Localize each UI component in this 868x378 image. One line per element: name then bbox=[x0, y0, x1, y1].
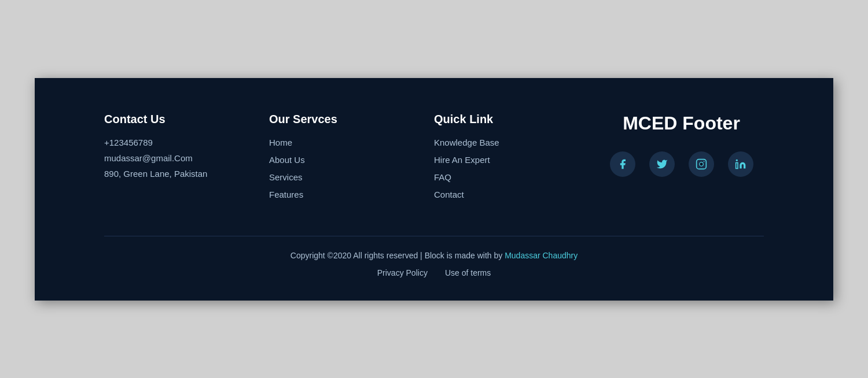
services-link-features[interactable]: Features bbox=[269, 190, 303, 199]
contact-column: Contact Us +123456789 mudassar@gmail.Com… bbox=[104, 113, 269, 184]
privacy-policy-link[interactable]: Privacy Policy bbox=[377, 268, 428, 277]
quicklink-column: Quick Link Knowledge Base Hire An Expert… bbox=[434, 113, 599, 207]
brand-column: MCED Footer bbox=[599, 113, 764, 177]
list-item: Features bbox=[269, 190, 434, 200]
services-link-home[interactable]: Home bbox=[269, 138, 292, 147]
services-list: Home About Us Services Features bbox=[269, 138, 434, 200]
contact-address: 890, Green Lane, Pakistan bbox=[104, 169, 269, 179]
list-item: Knowledge Base bbox=[434, 138, 599, 148]
svg-point-3 bbox=[735, 159, 737, 161]
contact-email: mudassar@gmail.Com bbox=[104, 153, 269, 163]
author-link[interactable]: Mudassar Chaudhry bbox=[505, 251, 578, 260]
contact-phone: +123456789 bbox=[104, 138, 269, 147]
list-item: FAQ bbox=[434, 172, 599, 183]
contact-heading: Contact Us bbox=[104, 113, 269, 126]
footer-wrapper: Contact Us +123456789 mudassar@gmail.Com… bbox=[35, 78, 833, 301]
footer-links-group: Privacy Policy Use of terms bbox=[104, 268, 764, 277]
use-of-terms-link[interactable]: Use of terms bbox=[445, 268, 491, 277]
services-column: Our Servces Home About Us Services Featu… bbox=[269, 113, 434, 207]
quicklink-hire-expert[interactable]: Hire An Expert bbox=[434, 155, 490, 165]
list-item: About Us bbox=[269, 155, 434, 165]
quicklink-faq[interactable]: FAQ bbox=[434, 172, 451, 182]
footer-bottom-section: Copyright ©2020 All rights reserved | Bl… bbox=[104, 236, 764, 277]
list-item: Contact bbox=[434, 190, 599, 200]
services-link-about[interactable]: About Us bbox=[269, 155, 305, 165]
footer-top-section: Contact Us +123456789 mudassar@gmail.Com… bbox=[104, 113, 764, 207]
list-item: Home bbox=[269, 138, 434, 148]
list-item: Hire An Expert bbox=[434, 155, 599, 165]
instagram-icon[interactable] bbox=[689, 151, 714, 177]
social-icons-group bbox=[610, 151, 753, 177]
services-heading: Our Servces bbox=[269, 113, 434, 126]
quicklink-list: Knowledge Base Hire An Expert FAQ Contac… bbox=[434, 138, 599, 200]
twitter-icon[interactable] bbox=[649, 151, 675, 177]
list-item: Services bbox=[269, 172, 434, 183]
brand-title: MCED Footer bbox=[623, 113, 740, 134]
quicklink-contact[interactable]: Contact bbox=[434, 190, 464, 199]
svg-rect-2 bbox=[735, 162, 737, 168]
linkedin-icon[interactable] bbox=[728, 151, 753, 177]
copyright-text: Copyright ©2020 All rights reserved | Bl… bbox=[104, 251, 764, 260]
quicklink-knowledge-base[interactable]: Knowledge Base bbox=[434, 138, 499, 147]
quicklink-heading: Quick Link bbox=[434, 113, 599, 126]
facebook-icon[interactable] bbox=[610, 151, 635, 177]
services-link-services[interactable]: Services bbox=[269, 172, 303, 182]
